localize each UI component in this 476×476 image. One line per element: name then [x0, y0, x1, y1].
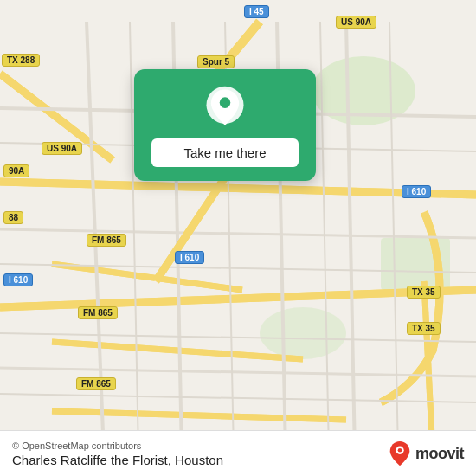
- badge-fm865-1: FM 865: [87, 234, 126, 247]
- bottom-bar: © OpenStreetMap contributors Charles Rat…: [0, 430, 476, 476]
- badge-tx288: TX 288: [2, 54, 40, 67]
- badge-tx35-2: TX 35: [407, 322, 441, 335]
- location-card: Take me there: [134, 69, 316, 181]
- badge-88-left: 88: [3, 211, 23, 224]
- badge-us90a-mid: US 90A: [42, 142, 82, 155]
- badge-us90a-top: US 90A: [336, 16, 376, 29]
- badge-i610-mid: I 610: [175, 251, 204, 264]
- moovit-logo: moovit: [388, 440, 464, 467]
- moovit-pin-icon: [388, 440, 412, 467]
- map-container: I 45 TX 288 US 90A Spur 5 US 90A 90A I 6…: [0, 0, 476, 476]
- osm-credit: © OpenStreetMap contributors: [12, 441, 223, 451]
- badge-fm865-3: FM 865: [76, 377, 116, 390]
- bottom-bar-info: © OpenStreetMap contributors Charles Rat…: [12, 441, 223, 467]
- location-name: Charles Ratcliffe the Florist, Houston: [12, 453, 223, 467]
- location-pin-icon: [203, 85, 248, 130]
- svg-point-3: [260, 307, 346, 359]
- take-me-there-button[interactable]: Take me there: [151, 138, 299, 167]
- svg-point-52: [398, 448, 402, 453]
- badge-i610-left: I 610: [3, 273, 33, 286]
- badge-90a-left: 90A: [3, 164, 29, 177]
- svg-point-50: [220, 97, 231, 108]
- badge-spur5: Spur 5: [197, 55, 235, 68]
- badge-fm865-2: FM 865: [78, 306, 118, 319]
- badge-i610-right: I 610: [402, 185, 431, 198]
- badge-i45: I 45: [244, 5, 269, 18]
- badge-tx35-1: TX 35: [407, 286, 441, 299]
- moovit-text: moovit: [415, 445, 464, 463]
